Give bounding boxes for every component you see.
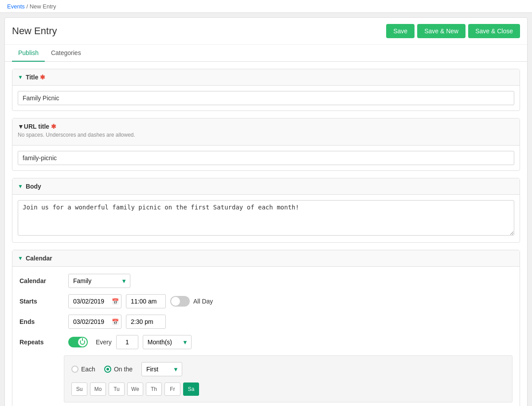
- calendar-select-wrapper: Family Work Personal Holidays ▼: [68, 274, 130, 288]
- repeat-options-area: Each On the First Second Third Fourth: [64, 355, 512, 402]
- title-section: ▼ Title ✱: [12, 69, 520, 111]
- tab-categories[interactable]: Categories: [45, 45, 87, 62]
- breadcrumb: Events / New Entry: [7, 3, 56, 10]
- on-the-radio-circle: [104, 366, 111, 373]
- title-chevron-icon: ▼: [18, 74, 23, 80]
- save-new-button[interactable]: Save & New: [417, 24, 466, 38]
- on-the-label: On the: [114, 366, 133, 373]
- body-section-body: [12, 195, 520, 242]
- ends-time-input[interactable]: [126, 315, 166, 329]
- body-section-header[interactable]: ▼ Body: [12, 178, 520, 195]
- tab-publish[interactable]: Publish: [12, 45, 45, 62]
- url-title-hint: No spaces. Underscores and dashes are al…: [18, 132, 514, 138]
- repeats-toggle-knob: [78, 338, 87, 347]
- title-section-label: Title: [26, 74, 39, 81]
- ends-date-wrap: 📅: [68, 315, 121, 329]
- title-section-body: [12, 86, 520, 110]
- repeats-field-label: Repeats: [20, 339, 64, 346]
- day-we[interactable]: We: [127, 382, 143, 396]
- day-fr[interactable]: Fr: [164, 382, 180, 396]
- day-mo[interactable]: Mo: [90, 382, 106, 396]
- repeats-toggle[interactable]: [68, 337, 88, 347]
- url-title-label[interactable]: ▼ URL title ✱: [18, 123, 514, 130]
- period-select[interactable]: Day(s) Week(s) Month(s) Year(s): [143, 335, 192, 349]
- title-required-star: ✱: [40, 74, 45, 81]
- btn-group: Save Save & New Save & Close: [386, 24, 520, 38]
- calendar-select[interactable]: Family Work Personal Holidays: [68, 274, 130, 288]
- all-day-toggle-wrapper: All Day: [170, 296, 213, 307]
- ends-date-input[interactable]: [68, 315, 121, 329]
- repeats-row: Repeats Every Day(s) Week(s) Month(s): [20, 335, 512, 349]
- page-title: New Entry: [12, 25, 57, 37]
- url-title-input[interactable]: [18, 151, 514, 165]
- all-day-toggle[interactable]: [170, 296, 190, 307]
- ends-field-label: Ends: [20, 318, 64, 325]
- each-radio-circle: [71, 366, 78, 373]
- day-th[interactable]: Th: [146, 382, 162, 396]
- starts-date-input[interactable]: [68, 294, 121, 308]
- url-title-section-body: [12, 146, 520, 170]
- calendar-chevron-icon: ▼: [18, 255, 23, 261]
- starts-time-input[interactable]: [126, 294, 166, 308]
- all-day-label: All Day: [193, 298, 213, 305]
- starts-field-label: Starts: [20, 298, 64, 305]
- body-section: ▼ Body: [12, 178, 520, 243]
- radio-row: Each On the First Second Third Fourth: [71, 362, 505, 376]
- every-value-input[interactable]: [116, 335, 138, 349]
- first-select[interactable]: First Second Third Fourth Last: [141, 362, 182, 376]
- top-bar: Events / New Entry: [0, 0, 532, 13]
- power-icon: [80, 339, 85, 345]
- every-label: Every: [96, 339, 112, 346]
- url-title-header: ▼ URL title ✱ No spaces. Underscores and…: [12, 118, 520, 146]
- calendar-section-label: Calendar: [26, 255, 52, 262]
- ends-row: Ends 📅: [20, 315, 512, 329]
- title-section-header[interactable]: ▼ Title ✱: [12, 69, 520, 86]
- save-close-button[interactable]: Save & Close: [468, 24, 520, 38]
- main-container: New Entry Save Save & New Save & Close P…: [4, 17, 528, 406]
- calendar-section: ▼ Calendar Calendar Family Work Personal…: [12, 250, 520, 406]
- each-radio-option[interactable]: Each: [71, 366, 95, 373]
- breadcrumb-current: New Entry: [30, 3, 56, 10]
- period-select-wrapper: Day(s) Week(s) Month(s) Year(s) ▼: [143, 335, 192, 349]
- url-title-required-star: ✱: [51, 123, 56, 130]
- breadcrumb-parent[interactable]: Events: [7, 3, 25, 10]
- body-section-label: Body: [26, 183, 41, 190]
- body-textarea[interactable]: [18, 200, 514, 236]
- save-button[interactable]: Save: [386, 24, 415, 38]
- calendar-section-body: Calendar Family Work Personal Holidays ▼…: [12, 267, 520, 406]
- starts-row: Starts 📅 All Day: [20, 294, 512, 308]
- calendar-section-header[interactable]: ▼ Calendar: [12, 250, 520, 267]
- calendar-field-label: Calendar: [20, 277, 64, 284]
- url-title-section: ▼ URL title ✱ No spaces. Underscores and…: [12, 118, 520, 171]
- url-title-chevron-icon: ▼: [18, 123, 24, 130]
- header-row: New Entry Save Save & New Save & Close: [5, 18, 527, 45]
- body-chevron-icon: ▼: [18, 183, 23, 189]
- tabs: Publish Categories: [5, 45, 527, 62]
- each-label: Each: [81, 366, 95, 373]
- day-tu[interactable]: Tu: [109, 382, 125, 396]
- breadcrumb-separator: /: [26, 3, 28, 10]
- first-select-wrapper: First Second Third Fourth Last ▼: [141, 362, 182, 376]
- form-area: ▼ Title ✱ ▼ URL title ✱ No spaces. Under…: [5, 62, 527, 406]
- starts-date-wrap: 📅: [68, 294, 121, 308]
- title-input[interactable]: [18, 91, 514, 105]
- day-sa[interactable]: Sa: [183, 382, 199, 396]
- day-su[interactable]: Su: [71, 382, 87, 396]
- on-the-radio-option[interactable]: On the: [104, 366, 133, 373]
- days-row: Su Mo Tu We Th Fr Sa: [71, 382, 505, 396]
- calendar-row: Calendar Family Work Personal Holidays ▼: [20, 274, 512, 288]
